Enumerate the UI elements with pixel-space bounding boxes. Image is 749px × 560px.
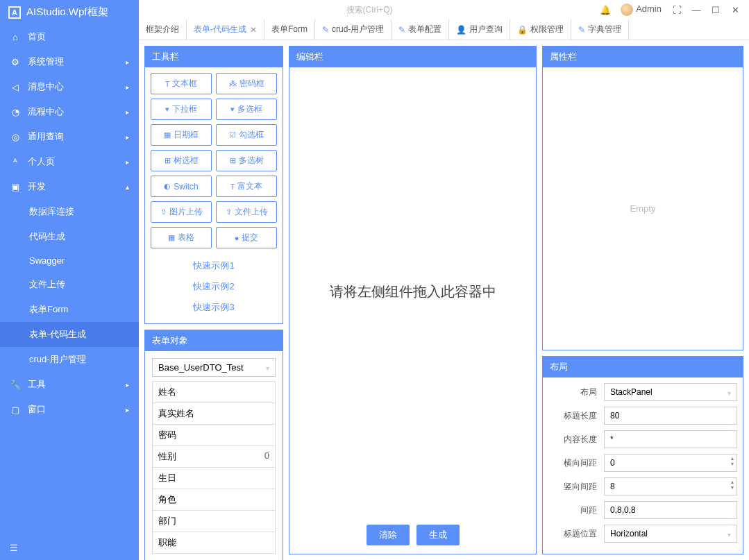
layout-input-6[interactable]: Horizontal▾ — [604, 525, 737, 543]
sidebar-item-5[interactable]: ᴬ个人页▸ — [0, 149, 139, 174]
chevron-down-icon: ▾ — [266, 364, 269, 372]
tool-icon: ▦ — [168, 233, 175, 242]
notifications-icon[interactable]: 🔔 — [596, 5, 615, 15]
clear-button[interactable]: 清除 — [367, 525, 410, 545]
tool-13[interactable]: ●提交 — [216, 227, 277, 248]
chevron-icon: ▴ — [126, 183, 129, 191]
spinner-icon[interactable]: ▴▾ — [731, 480, 734, 491]
example-link-0[interactable]: 快速示例1 — [151, 255, 277, 276]
example-link-2[interactable]: 快速示例3 — [151, 297, 277, 318]
sidebar-sub-6-6[interactable]: crud-用户管理 — [0, 347, 139, 372]
form-field-7[interactable]: 职能 — [152, 532, 276, 554]
form-field-5[interactable]: 角色 — [152, 489, 276, 511]
close-icon[interactable]: ✕ — [725, 5, 745, 15]
toolbox-panel: 工具栏 T文本框⁂密码框▾下拉框▾多选框▦日期框☑勾选框⊞树选框⊞多选树◐Swi… — [144, 46, 283, 324]
user-menu[interactable]: Admin — [615, 3, 667, 16]
tool-icon: ▾ — [230, 105, 235, 114]
sidebar-item-1[interactable]: ⚙系统管理▸ — [0, 49, 139, 74]
tab-2[interactable]: 表单Form — [264, 19, 315, 40]
close-tab-icon[interactable]: ✕ — [250, 25, 257, 35]
layout-input-2[interactable]: * — [604, 430, 737, 448]
tool-9[interactable]: T富文本 — [216, 176, 277, 197]
form-field-0[interactable]: 姓名 — [152, 381, 276, 403]
sidebar-item-2[interactable]: ◁消息中心▸ — [0, 74, 139, 99]
form-object-select[interactable]: Base_UserDTO_Test ▾ — [152, 358, 276, 377]
tab-6[interactable]: 🔒权限管理 — [510, 19, 571, 40]
form-field-6[interactable]: 部门 — [152, 511, 276, 532]
example-link-1[interactable]: 快速示例2 — [151, 276, 277, 297]
layout-panel: 布局 布局StackPanel▾标题长度80内容长度*横向间距0▴▾竖向间距8▴… — [542, 356, 743, 554]
example-links: 快速示例1快速示例2快速示例3 — [151, 255, 277, 318]
layout-row-3: 横向间距0▴▾ — [548, 454, 737, 472]
layout-input-5[interactable]: 0,8,0,8 — [604, 501, 737, 519]
tab-5[interactable]: 👤用户查询 — [449, 19, 510, 40]
layout-input-3[interactable]: 0▴▾ — [604, 454, 737, 472]
layout-row-1: 标题长度80 — [548, 407, 737, 425]
form-field-4[interactable]: 生日 — [152, 468, 276, 489]
form-field-3[interactable]: 性别0 — [152, 446, 276, 468]
sidebar-sub-6-2[interactable]: Swagger — [0, 249, 139, 272]
sidebar-sub-6-4[interactable]: 表单Form — [0, 297, 139, 322]
sidebar-sub-6-1[interactable]: 代码生成 — [0, 224, 139, 249]
tab-1[interactable]: 表单-代码生成✕ — [187, 19, 264, 40]
chevron-down-icon: ▾ — [727, 389, 731, 397]
global-search[interactable]: 搜索(Ctrl+Q) — [143, 4, 596, 16]
tool-icon: ⁂ — [229, 79, 237, 88]
tool-3[interactable]: ▾多选框 — [216, 99, 277, 120]
tool-8[interactable]: ◐Switch — [151, 176, 212, 197]
sidebar-item-3[interactable]: ◔流程中心▸ — [0, 99, 139, 124]
tool-icon: ⊞ — [165, 156, 171, 165]
sidebar-item-6[interactable]: ▣开发▴ — [0, 174, 139, 199]
tab-0[interactable]: 框架介绍 — [139, 19, 187, 40]
chevron-icon: ▸ — [126, 83, 129, 91]
sidebar-sub-6-5[interactable]: 表单-代码生成 — [0, 322, 139, 347]
tool-10[interactable]: ⇪图片上传 — [151, 201, 212, 223]
sidebar-item-0[interactable]: ⌂首页 — [0, 24, 139, 49]
tool-grid: T文本框⁂密码框▾下拉框▾多选框▦日期框☑勾选框⊞树选框⊞多选树◐SwitchT… — [151, 73, 277, 248]
sidebar-item-4[interactable]: ◎通用查询▸ — [0, 124, 139, 149]
tool-7[interactable]: ⊞多选树 — [216, 150, 277, 171]
sidebar-collapse-button[interactable]: ☰ — [0, 536, 139, 560]
minimize-icon[interactable]: — — [687, 5, 706, 15]
sidebar-sub-6-0[interactable]: 数据库连接 — [0, 199, 139, 224]
form-object-title: 表单对象 — [145, 330, 283, 351]
chevron-icon: ▸ — [126, 158, 129, 166]
tool-6[interactable]: ⊞树选框 — [151, 150, 212, 171]
chevron-icon: ▸ — [126, 381, 129, 389]
editor-column: 编辑栏 请将左侧组件拖入此容器中 清除 生成 — [289, 46, 537, 554]
content: 工具栏 T文本框⁂密码框▾下拉框▾多选框▦日期框☑勾选框⊞树选框⊞多选树◐Swi… — [139, 40, 749, 560]
layout-input-4[interactable]: 8▴▾ — [604, 477, 737, 495]
sidebar-sub-6-3[interactable]: 文件上传 — [0, 272, 139, 297]
layout-input-0[interactable]: StackPanel▾ — [604, 383, 737, 401]
form-field-2[interactable]: 密码 — [152, 425, 276, 446]
tool-0[interactable]: T文本框 — [151, 73, 212, 94]
maximize-icon[interactable]: ☐ — [706, 5, 725, 15]
tool-12[interactable]: ▦表格 — [151, 227, 212, 248]
generate-button[interactable]: 生成 — [416, 525, 460, 545]
tool-4[interactable]: ▦日期框 — [151, 124, 212, 146]
layout-row-2: 内容长度* — [548, 430, 737, 448]
nav-icon: ⌂ — [10, 32, 21, 42]
tool-icon: ⇪ — [160, 207, 167, 217]
sidebar-item-8[interactable]: ▢窗口▸ — [0, 397, 139, 422]
tab-3[interactable]: ✎crud-用户管理 — [315, 19, 392, 40]
avatar — [621, 3, 633, 16]
nav-icon: ᴬ — [10, 157, 21, 167]
tool-11[interactable]: ⇪文件上传 — [216, 201, 277, 223]
spinner-icon[interactable]: ▴▾ — [731, 456, 734, 467]
editor-panel: 编辑栏 请将左侧组件拖入此容器中 清除 生成 — [289, 46, 537, 554]
tool-5[interactable]: ☑勾选框 — [216, 124, 277, 146]
form-field-1[interactable]: 真实姓名 — [152, 403, 276, 425]
tool-1[interactable]: ⁂密码框 — [216, 73, 277, 94]
sidebar-item-7[interactable]: 🔧工具▸ — [0, 372, 139, 397]
chevron-icon: ▸ — [126, 58, 129, 66]
fullscreen-icon[interactable]: ⛶ — [667, 5, 687, 15]
tab-7[interactable]: ✎字典管理 — [571, 19, 629, 40]
tool-2[interactable]: ▾下拉框 — [151, 99, 212, 120]
editor-dropzone[interactable]: 请将左侧组件拖入此容器中 — [289, 67, 536, 516]
form-object-panel: 表单对象 Base_UserDTO_Test ▾ 姓名真实姓名密码性别0生日角色… — [144, 330, 283, 560]
tab-4[interactable]: ✎表单配置 — [392, 19, 449, 40]
layout-row-4: 竖向间距8▴▾ — [548, 477, 737, 495]
layout-input-1[interactable]: 80 — [604, 407, 737, 425]
layout-row-6: 标题位置Horizontal▾ — [548, 525, 737, 543]
